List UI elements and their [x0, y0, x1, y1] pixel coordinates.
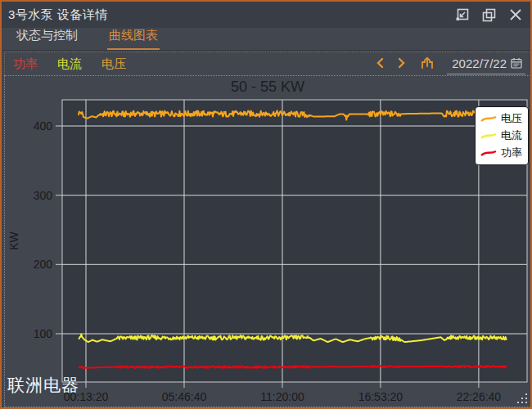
- svg-text:300: 300: [34, 189, 53, 202]
- legend-item-1[interactable]: 电流: [480, 128, 523, 143]
- chart-card: 10020030040000:13:2005:46:4011:20:0016:5…: [4, 75, 531, 407]
- svg-text:11:20:00: 11:20:00: [260, 390, 304, 403]
- calendar-icon: [511, 57, 522, 69]
- filter-voltage[interactable]: 电压: [101, 56, 126, 72]
- export-icon: [420, 56, 435, 70]
- resize-grip-icon[interactable]: [516, 392, 529, 405]
- tab-curve-chart[interactable]: 曲线图表: [107, 25, 160, 50]
- date-value: 2022/7/22: [452, 56, 507, 70]
- svg-text:400: 400: [34, 119, 53, 133]
- svg-text:05:46:40: 05:46:40: [162, 390, 207, 403]
- restore-down-button[interactable]: [453, 7, 471, 24]
- restore-down-icon: [455, 8, 469, 22]
- svg-text:22:26:40: 22:26:40: [457, 390, 502, 403]
- line-chart[interactable]: 10020030040000:13:2005:46:4011:20:0016:5…: [5, 76, 530, 407]
- legend-swatch-icon: [480, 115, 497, 123]
- svg-text:200: 200: [34, 258, 53, 271]
- close-button[interactable]: [507, 7, 524, 23]
- chart-legend: 电压电流功率: [475, 106, 529, 165]
- chart-toolbar: 功率 电流 电压 2022/7/22: [4, 52, 531, 75]
- chevron-left-icon: [376, 57, 384, 69]
- tab-status-control[interactable]: 状态与控制: [15, 25, 79, 50]
- date-navigation: 2022/7/22: [374, 54, 525, 74]
- titlebar: 3号水泵 设备详情: [2, 2, 530, 28]
- duplicate-window-button[interactable]: [480, 7, 498, 24]
- window-controls: [453, 7, 524, 24]
- duplicate-icon: [482, 8, 496, 22]
- legend-item-2[interactable]: 功率: [480, 146, 523, 160]
- filter-current[interactable]: 电流: [57, 56, 82, 72]
- watermark: 联洲电器: [7, 374, 79, 397]
- date-picker[interactable]: 2022/7/22: [447, 54, 525, 74]
- series-filters: 功率 电流 电压: [10, 56, 126, 72]
- window-title: 3号水泵 设备详情: [8, 7, 108, 23]
- chart-title: 50 - 55 KW: [5, 79, 530, 96]
- legend-item-0[interactable]: 电压: [480, 111, 523, 126]
- chevron-right-icon: [398, 57, 406, 69]
- svg-text:KW: KW: [7, 231, 20, 249]
- svg-text:16:53:20: 16:53:20: [358, 390, 404, 403]
- close-icon: [509, 8, 522, 21]
- svg-text:100: 100: [34, 327, 53, 340]
- device-detail-window: 3号水泵 设备详情 状态与控制: [0, 0, 532, 409]
- legend-swatch-icon: [480, 132, 497, 140]
- tab-bar: 状态与控制 曲线图表: [2, 28, 530, 51]
- prev-day-button[interactable]: [374, 57, 385, 71]
- filter-power[interactable]: 功率: [13, 56, 38, 72]
- export-button[interactable]: [418, 56, 436, 72]
- legend-swatch-icon: [480, 149, 497, 157]
- next-day-button[interactable]: [396, 57, 408, 71]
